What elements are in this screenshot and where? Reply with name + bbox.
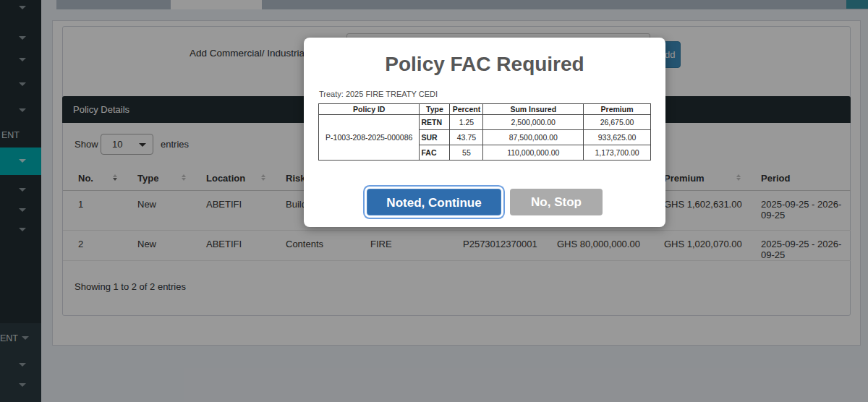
fac-header-type: Type (420, 104, 450, 115)
fac-header-sum-insured: Sum Insured (483, 104, 584, 115)
cancel-button[interactable]: No, Stop (510, 189, 603, 215)
fac-header-premium: Premium (584, 104, 651, 115)
fac-header-policy-id: Policy ID (319, 104, 420, 115)
fac-breakdown-table: Policy ID Type Percent Sum Insured Premi… (318, 103, 651, 161)
fac-premium: 933,625.00 (584, 130, 651, 145)
fac-type: FAC (420, 145, 450, 161)
modal-title: Policy FAC Required (304, 53, 665, 76)
fac-sum-insured: 87,500,000.00 (483, 130, 584, 145)
fac-sum-insured: 2,500,000.00 (483, 115, 584, 130)
fac-premium: 1,173,700.00 (584, 145, 651, 161)
fac-premium: 26,675.00 (584, 115, 651, 130)
confirm-button[interactable]: Noted, Continue (367, 189, 501, 215)
fac-policy-id: P-1003-208-2025-000086 (319, 115, 420, 161)
policy-fac-modal: Policy FAC Required Treaty: 2025 FIRE TR… (304, 38, 665, 227)
app-screen: ENT ENT Add Commercial/ Industrial I Add… (0, 0, 868, 402)
fac-percent: 43.75 (450, 130, 483, 145)
fac-sum-insured: 110,000,000.00 (483, 145, 584, 161)
treaty-label: Treaty: 2025 FIRE TREATY CEDI (319, 90, 438, 98)
fac-percent: 1.25 (450, 115, 483, 130)
fac-header-percent: Percent (450, 104, 483, 115)
fac-percent: 55 (450, 145, 483, 161)
fac-table-header-row: Policy ID Type Percent Sum Insured Premi… (319, 104, 651, 115)
fac-table-row: P-1003-208-2025-000086 RETN 1.25 2,500,0… (319, 115, 651, 130)
fac-type: SUR (420, 130, 450, 145)
fac-type: RETN (420, 115, 450, 130)
